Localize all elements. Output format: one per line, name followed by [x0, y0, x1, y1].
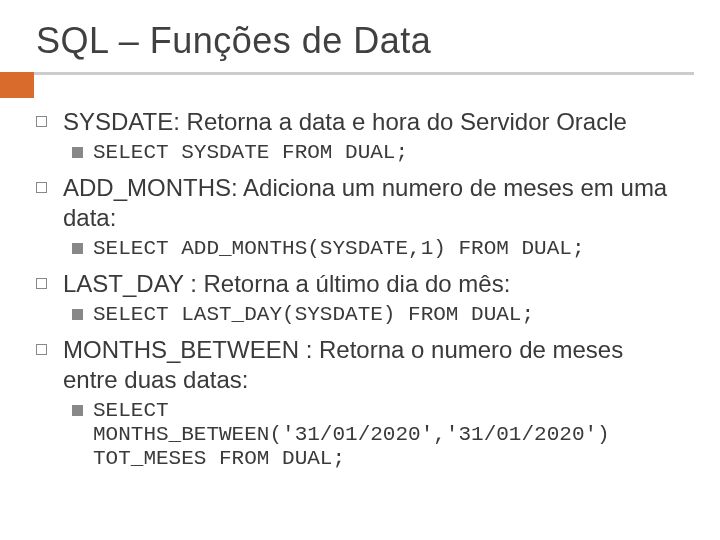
list-subitem: SELECT SYSDATE FROM DUAL; — [72, 141, 684, 165]
item-text: LAST_DAY : Retorna a último dia do mês: — [63, 269, 510, 299]
square-bullet-icon — [36, 278, 47, 289]
square-bullet-icon — [36, 182, 47, 193]
square-filled-bullet-icon — [72, 243, 83, 254]
square-bullet-icon — [36, 116, 47, 127]
code-text: SELECT MONTHS_BETWEEN('31/01/2020','31/0… — [93, 399, 684, 471]
square-filled-bullet-icon — [72, 405, 83, 416]
content-body: SYSDATE: Retorna a data e hora do Servid… — [36, 107, 684, 471]
code-text: SELECT SYSDATE FROM DUAL; — [93, 141, 408, 165]
item-text: MONTHS_BETWEEN : Retorna o numero de mes… — [63, 335, 684, 395]
code-text: SELECT ADD_MONTHS(SYSDATE,1) FROM DUAL; — [93, 237, 584, 261]
square-bullet-icon — [36, 344, 47, 355]
item-text: SYSDATE: Retorna a data e hora do Servid… — [63, 107, 627, 137]
list-subitem: SELECT ADD_MONTHS(SYSDATE,1) FROM DUAL; — [72, 237, 684, 261]
code-text: SELECT LAST_DAY(SYSDATE) FROM DUAL; — [93, 303, 534, 327]
slide-title: SQL – Funções de Data — [36, 20, 684, 62]
list-item: MONTHS_BETWEEN : Retorna o numero de mes… — [36, 335, 684, 395]
title-rule — [34, 72, 694, 75]
list-subitem: SELECT LAST_DAY(SYSDATE) FROM DUAL; — [72, 303, 684, 327]
accent-block — [0, 72, 34, 98]
list-item: ADD_MONTHS: Adiciona um numero de meses … — [36, 173, 684, 233]
item-text: ADD_MONTHS: Adiciona um numero de meses … — [63, 173, 684, 233]
list-item: SYSDATE: Retorna a data e hora do Servid… — [36, 107, 684, 137]
list-subitem: SELECT MONTHS_BETWEEN('31/01/2020','31/0… — [72, 399, 684, 471]
square-filled-bullet-icon — [72, 309, 83, 320]
square-filled-bullet-icon — [72, 147, 83, 158]
list-item: LAST_DAY : Retorna a último dia do mês: — [36, 269, 684, 299]
slide: SQL – Funções de Data SYSDATE: Retorna a… — [0, 0, 720, 540]
